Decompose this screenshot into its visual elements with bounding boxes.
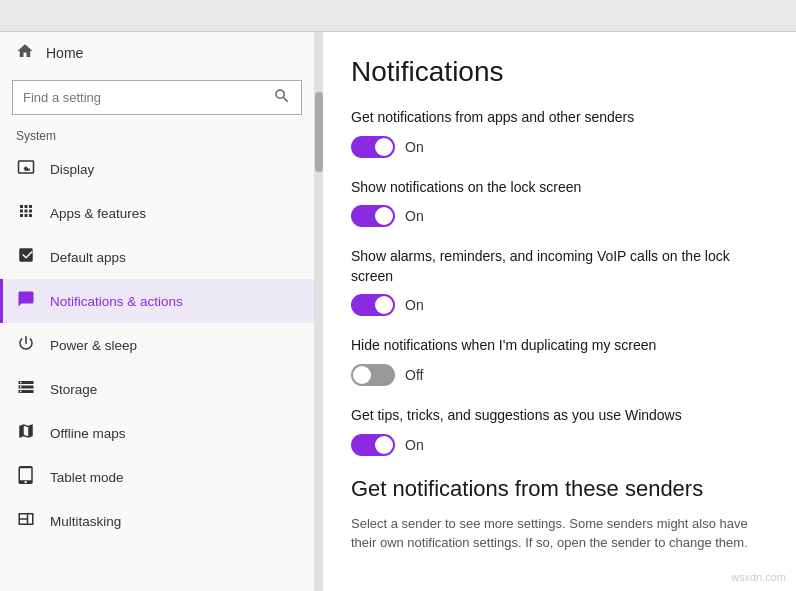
toggle-row-notif-tips: On [351,434,764,456]
sidebar-item-label: Apps & features [50,206,146,221]
sidebar-item-storage[interactable]: Storage [0,367,314,411]
toggle-knob [375,296,393,314]
sidebar-item-multitasking[interactable]: Multitasking [0,499,314,543]
toggle-knob [375,436,393,454]
toggle-notif-lock[interactable] [351,205,395,227]
setting-label-notif-lock: Show notifications on the lock screen [351,178,764,198]
toggle-state-notif-lock: On [405,208,424,224]
sidebar-scroll-thumb[interactable] [315,92,323,172]
content-area: Notifications Get notifications from app… [323,32,796,591]
senders-section-desc: Select a sender to see more settings. So… [351,514,764,553]
setting-label-notif-alarms: Show alarms, reminders, and incoming VoI… [351,247,764,286]
tablet-mode-icon [16,466,36,488]
setting-notif-tips: Get tips, tricks, and suggestions as you… [351,406,764,456]
sidebar-item-notifications[interactable]: Notifications & actions [0,279,314,323]
sidebar-scrollbar[interactable] [315,32,323,591]
sidebar-item-offline-maps[interactable]: Offline maps [0,411,314,455]
multitasking-icon [16,510,36,532]
search-input[interactable] [23,90,265,105]
sidebar-item-label: Offline maps [50,426,126,441]
sidebar-item-apps[interactable]: Apps & features [0,191,314,235]
sidebar-item-label: Tablet mode [50,470,124,485]
toggle-row-notif-apps: On [351,136,764,158]
toggle-notif-alarms[interactable] [351,294,395,316]
display-icon [16,158,36,180]
setting-notif-apps: Get notifications from apps and other se… [351,108,764,158]
offline-maps-icon [16,422,36,444]
toggle-row-notif-alarms: On [351,294,764,316]
sidebar-item-label: Default apps [50,250,126,265]
sidebar-item-label: Storage [50,382,97,397]
sidebar-item-power[interactable]: Power & sleep [0,323,314,367]
setting-label-notif-duplicate: Hide notifications when I'm duplicating … [351,336,764,356]
setting-notif-duplicate: Hide notifications when I'm duplicating … [351,336,764,386]
main-container: Home System Display Apps & features [0,32,796,591]
setting-notif-lock: Show notifications on the lock screen On [351,178,764,228]
search-box[interactable] [12,80,302,115]
storage-icon [16,378,36,400]
sidebar-item-label: Multitasking [50,514,121,529]
sidebar-item-label: Notifications & actions [50,294,183,309]
home-label: Home [46,45,83,61]
toggle-knob [353,366,371,384]
sidebar-item-label: Display [50,162,94,177]
sidebar-item-label: Power & sleep [50,338,137,353]
sidebar: Home System Display Apps & features [0,32,315,591]
home-icon [16,42,34,64]
setting-label-notif-tips: Get tips, tricks, and suggestions as you… [351,406,764,426]
top-bar [0,0,796,32]
apps-icon [16,202,36,224]
toggle-state-notif-apps: On [405,139,424,155]
system-label: System [0,121,314,147]
sidebar-item-tablet-mode[interactable]: Tablet mode [0,455,314,499]
senders-section-title: Get notifications from these senders [351,476,764,502]
toggle-knob [375,207,393,225]
sidebar-item-display[interactable]: Display [0,147,314,191]
toggle-row-notif-duplicate: Off [351,364,764,386]
toggle-state-notif-duplicate: Off [405,367,423,383]
notifications-icon [16,290,36,312]
default-apps-icon [16,246,36,268]
nav-items: Display Apps & features Default apps Not… [0,147,314,591]
toggle-notif-tips[interactable] [351,434,395,456]
toggle-state-notif-tips: On [405,437,424,453]
toggle-notif-apps[interactable] [351,136,395,158]
watermark: wsxdn.com [731,571,786,583]
search-icon [273,87,291,108]
setting-notif-alarms: Show alarms, reminders, and incoming VoI… [351,247,764,316]
toggle-notif-duplicate[interactable] [351,364,395,386]
toggle-state-notif-alarms: On [405,297,424,313]
home-nav-item[interactable]: Home [0,32,314,74]
page-title: Notifications [351,56,764,88]
toggle-knob [375,138,393,156]
setting-label-notif-apps: Get notifications from apps and other se… [351,108,764,128]
toggle-row-notif-lock: On [351,205,764,227]
sidebar-item-default-apps[interactable]: Default apps [0,235,314,279]
power-icon [16,334,36,356]
